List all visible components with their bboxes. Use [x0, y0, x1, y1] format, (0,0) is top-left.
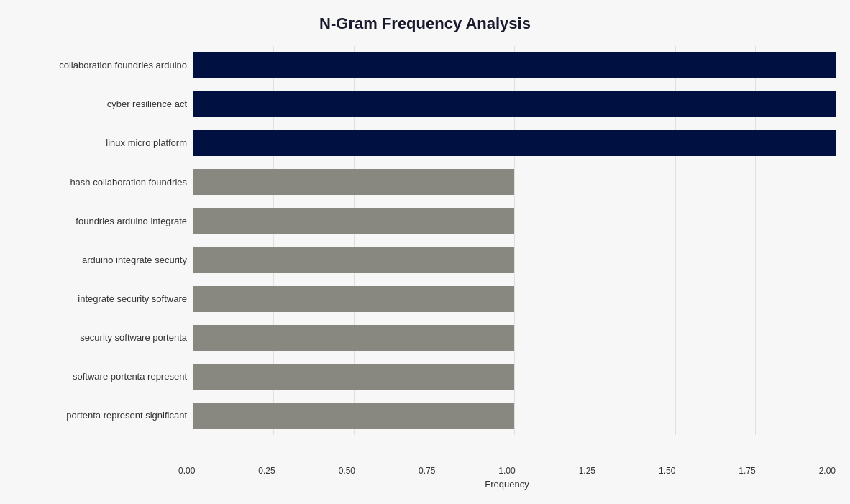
bar-3: [193, 169, 514, 195]
x-tick-7: 1.75: [739, 466, 755, 476]
bar-row-2: [193, 125, 836, 161]
x-axis-line: [178, 464, 836, 464]
bar-7: [193, 325, 514, 351]
x-tick-5: 1.25: [579, 466, 595, 476]
x-tick-6: 1.50: [659, 466, 675, 476]
y-label-2: linux micro platform: [14, 124, 187, 162]
bar-row-5: [193, 242, 836, 278]
x-tick-2: 0.50: [339, 466, 355, 476]
y-label-3: hash collaboration foundries: [14, 162, 187, 201]
bar-2: [193, 130, 836, 156]
y-label-6: integrate security software: [14, 280, 187, 319]
bar-row-9: [193, 398, 836, 434]
x-tick-8: 2.00: [819, 466, 836, 476]
bar-4: [193, 208, 514, 234]
y-label-4: foundries arduino integrate: [14, 201, 187, 240]
bars-container: [193, 46, 836, 435]
y-label-8: software portenta represent: [14, 357, 187, 396]
y-label-9: portenta represent significant: [14, 396, 187, 435]
bar-row-8: [193, 359, 836, 395]
y-label-5: arduino integrate security: [14, 240, 187, 279]
bar-1: [193, 91, 836, 117]
bar-row-7: [193, 320, 836, 356]
x-tick-0: 0.00: [178, 466, 195, 476]
x-tick-1: 0.25: [258, 466, 275, 476]
chart-title: N-Gram Frequency Analysis: [14, 14, 836, 33]
y-label-7: security software portenta: [14, 319, 187, 357]
bar-row-0: [193, 47, 836, 83]
chart-area: collaboration foundries arduinocyber res…: [14, 46, 836, 435]
x-axis-label: Frequency: [178, 479, 836, 490]
x-axis: 0.000.250.500.751.001.251.501.752.00 Fre…: [178, 464, 836, 490]
bar-9: [193, 403, 514, 429]
bar-5: [193, 247, 514, 273]
bar-row-1: [193, 86, 836, 122]
grid-line-8: [836, 46, 836, 435]
bar-8: [193, 364, 514, 390]
y-label-0: collaboration foundries arduino: [14, 46, 187, 85]
bar-6: [193, 286, 514, 312]
x-tick-3: 0.75: [419, 466, 435, 476]
chart-container: N-Gram Frequency Analysis collaboration …: [0, 0, 850, 504]
y-axis: collaboration foundries arduinocyber res…: [14, 46, 193, 435]
bar-row-3: [193, 164, 836, 200]
bar-0: [193, 52, 836, 78]
bar-row-4: [193, 203, 836, 239]
x-ticks: 0.000.250.500.751.001.251.501.752.00: [178, 466, 836, 476]
bar-row-6: [193, 281, 836, 317]
y-label-1: cyber resilience act: [14, 85, 187, 124]
x-tick-4: 1.00: [498, 466, 515, 476]
bars-and-grid: [193, 46, 836, 435]
